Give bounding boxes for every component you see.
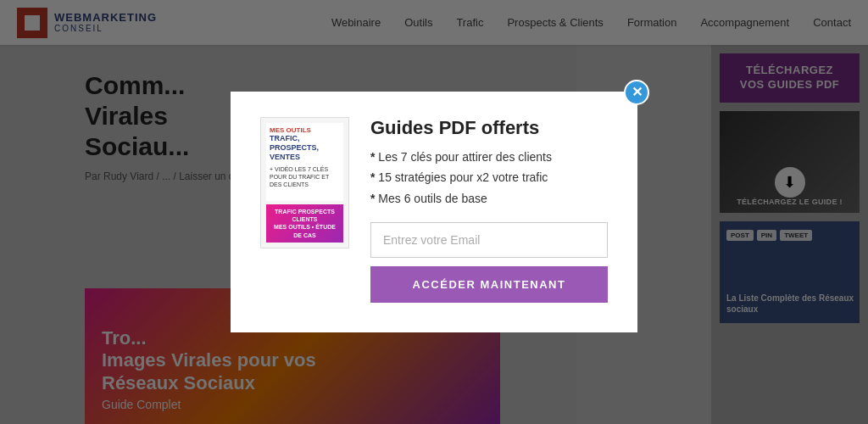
bullet-3: Mes 6 outils de base [370, 191, 608, 208]
modal: ✕ MES OUTILS TRAFIC, PROSPECTS, VENTES +… [231, 92, 637, 333]
book-cover: MES OUTILS TRAFIC, PROSPECTS, VENTES + V… [260, 117, 349, 248]
modal-title: Guides PDF offerts [370, 117, 608, 139]
book-cover-top: MES OUTILS TRAFIC, PROSPECTS, VENTES + V… [266, 123, 343, 202]
bullet-1: Les 7 clés pour attirer des clients [370, 149, 608, 166]
modal-close-button[interactable]: ✕ [624, 80, 649, 105]
modal-book: MES OUTILS TRAFIC, PROSPECTS, VENTES + V… [260, 117, 353, 248]
cta-button[interactable]: ACCÉDER MAINTENANT [370, 266, 608, 303]
modal-overlay: ✕ MES OUTILS TRAFIC, PROSPECTS, VENTES +… [0, 0, 868, 424]
email-input[interactable] [370, 222, 608, 258]
book-title-3: PROSPECTS, [270, 143, 340, 153]
modal-bullets: Les 7 clés pour attirer des clients 15 s… [370, 149, 608, 208]
book-bottom: TRAFIC PROSPECTS CLIENTS MES OUTILS • ÉT… [266, 204, 343, 242]
book-bottom-text: TRAFIC PROSPECTS CLIENTS MES OUTILS • ÉT… [270, 208, 340, 238]
book-title-1: MES OUTILS [270, 126, 340, 135]
book-title-2: TRAFIC, [270, 134, 340, 143]
modal-content: Guides PDF offerts Les 7 clés pour attir… [370, 117, 608, 304]
book-title-4: VENTES [270, 153, 340, 162]
bullet-2: 15 stratégies pour x2 votre trafic [370, 170, 608, 187]
book-subtitle: + VIDÉO LES 7 CLÉS POUR DU TRAFIC ET DES… [270, 165, 340, 188]
